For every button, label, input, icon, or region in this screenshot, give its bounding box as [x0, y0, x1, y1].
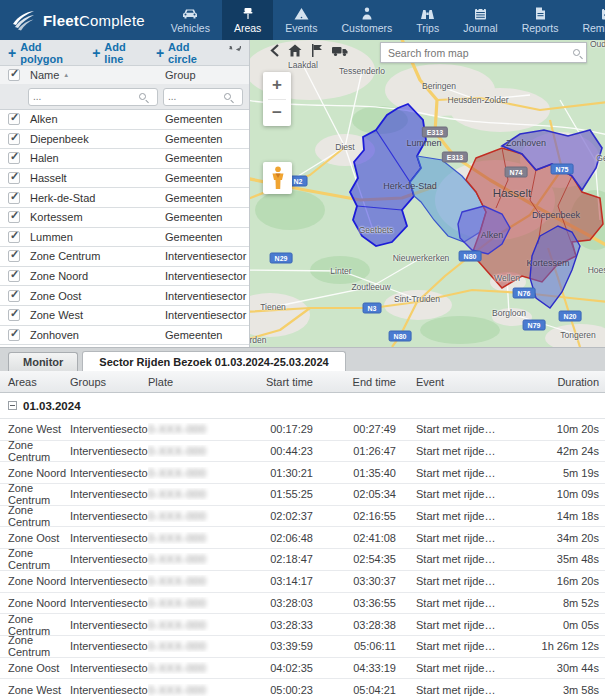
- brand-logo[interactable]: FleetComplete: [0, 0, 159, 40]
- report-row[interactable]: Zone Centrum Interventiesector 0-XXX-000…: [0, 506, 605, 528]
- areas-filter-row: [0, 84, 249, 110]
- cell-duration: 35m 48s: [506, 553, 601, 565]
- search-icon[interactable]: [573, 49, 580, 56]
- map-base: [250, 40, 605, 347]
- area-group: Interventiesector: [165, 290, 246, 302]
- report-row[interactable]: Zone Oost Interventiesector 0-XXX-000 04…: [0, 658, 605, 680]
- calendar-check-icon: [601, 7, 605, 20]
- area-list-row[interactable]: Kortessem Gemeenten: [0, 208, 249, 228]
- header-duration[interactable]: Duration: [506, 376, 601, 388]
- cell-group: Interventiesector: [70, 510, 148, 522]
- area-list-row[interactable]: Hasselt Gemeenten: [0, 169, 249, 189]
- report-row[interactable]: Zone Centrum Interventiesector 0-XXX-000…: [0, 549, 605, 571]
- nav-item-trips[interactable]: Trips: [404, 0, 451, 40]
- collapse-panel-button[interactable]: [270, 44, 279, 57]
- main-split: +Add polygon +Add line +Add circle Name …: [0, 40, 605, 347]
- date-group-row[interactable]: 01.03.2024: [0, 393, 605, 419]
- select-all-checkbox[interactable]: [8, 69, 20, 81]
- area-checkbox[interactable]: [8, 329, 20, 341]
- area-checkbox[interactable]: [8, 270, 20, 282]
- collapse-icon[interactable]: [8, 401, 17, 410]
- nav-item-areas[interactable]: Areas: [222, 0, 273, 40]
- report-row[interactable]: Zone Oost Interventiesector 0-XXX-000 02…: [0, 527, 605, 549]
- group-filter-input[interactable]: [164, 91, 224, 102]
- add-circle-button[interactable]: +Add circle: [156, 41, 212, 65]
- nav-item-customers[interactable]: Customers: [329, 0, 404, 40]
- tab-sector-report[interactable]: Sector Rijden Bezoek 01.03.2024-25.03.20…: [82, 351, 345, 371]
- home-button[interactable]: [288, 44, 302, 57]
- header-start-time[interactable]: Start time: [233, 376, 313, 388]
- flag-button[interactable]: [311, 44, 323, 57]
- tab-monitor[interactable]: Monitor: [8, 352, 78, 371]
- nav-item-reminders[interactable]: Reminders: [570, 0, 605, 40]
- nav-label: Areas: [234, 22, 261, 34]
- nav-item-events[interactable]: Events: [273, 0, 329, 40]
- area-checkbox[interactable]: [8, 250, 20, 262]
- area-list-row[interactable]: Zone West Interventiesector: [0, 306, 249, 326]
- report-row[interactable]: Zone Noord Interventiesector 0-XXX-000 0…: [0, 462, 605, 484]
- search-icon[interactable]: [224, 93, 231, 100]
- nav-item-reports[interactable]: Reports: [510, 0, 571, 40]
- area-checkbox[interactable]: [8, 113, 20, 125]
- report-row[interactable]: Zone Centrum Interventiesector 0-XXX-000…: [0, 614, 605, 636]
- area-group: Gemeenten: [165, 152, 222, 164]
- report-row[interactable]: Zone Noord Interventiesector 0-XXX-000 0…: [0, 571, 605, 593]
- pegman-control[interactable]: [263, 162, 292, 194]
- header-groups[interactable]: Groups: [70, 376, 148, 388]
- map-search-input[interactable]: [381, 47, 573, 59]
- header-end-time[interactable]: End time: [313, 376, 396, 388]
- zoom-in-button[interactable]: +: [263, 72, 291, 99]
- refresh-button[interactable]: [228, 46, 241, 59]
- cell-event: Start met rijde…: [396, 510, 506, 522]
- report-row[interactable]: Zone Centrum Interventiesector 0-XXX-000…: [0, 441, 605, 463]
- report-row[interactable]: Zone West Interventiesector 0-XXX-000 00…: [0, 419, 605, 441]
- name-filter-input[interactable]: [29, 91, 139, 102]
- area-name: Halen: [30, 152, 59, 164]
- search-icon[interactable]: [139, 93, 146, 100]
- area-list-row[interactable]: Herk-de-Stad Gemeenten: [0, 188, 249, 208]
- report-row[interactable]: Zone Noord Interventiesector 0-XXX-000 0…: [0, 593, 605, 615]
- road-badge: E313: [422, 127, 448, 138]
- cell-start-time: 02:06:48: [233, 532, 313, 544]
- area-checkbox[interactable]: [8, 290, 20, 302]
- areas-panel: +Add polygon +Add line +Add circle Name …: [0, 40, 250, 347]
- area-checkbox[interactable]: [8, 211, 20, 223]
- nav-item-vehicles[interactable]: Vehicles: [159, 0, 222, 40]
- area-checkbox[interactable]: [8, 133, 20, 145]
- area-checkbox[interactable]: [8, 172, 20, 184]
- area-checkbox[interactable]: [8, 309, 20, 321]
- header-areas[interactable]: Areas: [0, 376, 70, 388]
- cell-event: Start met rijde…: [396, 575, 506, 587]
- map-area-label: Kortessem: [526, 258, 569, 268]
- cell-plate-redacted: 0-XXX-000: [148, 445, 206, 457]
- zoom-out-button[interactable]: −: [263, 100, 291, 127]
- add-polygon-button[interactable]: +Add polygon: [8, 41, 76, 65]
- area-list-row[interactable]: Diepenbeek Gemeenten: [0, 130, 249, 150]
- name-column-header[interactable]: Name: [30, 69, 69, 81]
- area-list-row[interactable]: Lummen Gemeenten: [0, 228, 249, 248]
- area-checkbox[interactable]: [8, 231, 20, 243]
- chevron-left-icon: [270, 44, 279, 57]
- area-list-row[interactable]: Halen Gemeenten: [0, 149, 249, 169]
- report-row[interactable]: Zone Centrum Interventiesector 0-XXX-000…: [0, 484, 605, 506]
- area-checkbox[interactable]: [8, 152, 20, 164]
- road-badge: N3: [363, 303, 382, 314]
- report-row[interactable]: Zone Centrum Interventiesector 0-XXX-000…: [0, 636, 605, 658]
- area-checkbox[interactable]: [8, 192, 20, 204]
- vehicle-button[interactable]: [332, 45, 348, 57]
- add-line-button[interactable]: +Add line: [92, 41, 140, 65]
- area-list-row[interactable]: Zone Oost Interventiesector: [0, 286, 249, 306]
- report-row[interactable]: Zone West Interventiesector 0-XXX-000 05…: [0, 679, 605, 700]
- cell-end-time: 04:33:19: [313, 662, 396, 674]
- cell-start-time: 04:02:35: [233, 662, 313, 674]
- area-list-row[interactable]: Zone Noord Interventiesector: [0, 267, 249, 287]
- area-list-row[interactable]: Alken Gemeenten: [0, 110, 249, 130]
- map-canvas[interactable]: Laakdal Tessenderlo Beringen Heusden-Zol…: [250, 40, 605, 347]
- areas-list: Alken Gemeenten Diepenbeek Gemeenten Hal…: [0, 110, 249, 347]
- nav-item-journal[interactable]: Journal: [451, 0, 509, 40]
- area-list-row[interactable]: Zone Centrum Interventiesector: [0, 247, 249, 267]
- area-list-row[interactable]: Zonhoven Gemeenten: [0, 326, 249, 346]
- group-column-header[interactable]: Group: [165, 69, 196, 81]
- header-event[interactable]: Event: [396, 376, 506, 388]
- header-plate[interactable]: Plate: [148, 376, 233, 388]
